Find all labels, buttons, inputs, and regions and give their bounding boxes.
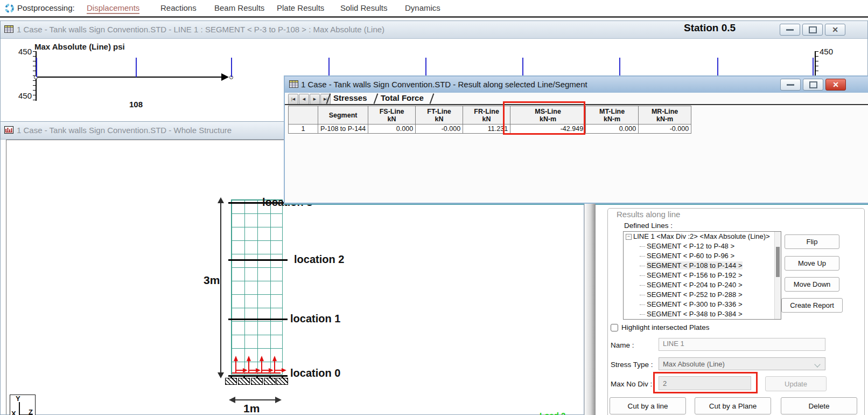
width-dimension-label: 1m <box>243 402 260 415</box>
result-window-title: 1 Case - Tank walls Sign Convention.STD … <box>301 80 587 89</box>
load-arrowhead-up <box>272 356 277 361</box>
table-window-icon <box>4 25 13 33</box>
flip-button[interactable]: Flip <box>785 234 839 249</box>
station-marker-line <box>813 58 814 77</box>
tab-divider <box>430 93 434 103</box>
segment-cell[interactable]: P-108 to P-144 <box>318 124 368 134</box>
chart-baseline-axis <box>36 77 223 78</box>
location-1-line <box>228 319 288 320</box>
tree-scrollbar-thumb[interactable] <box>776 247 780 277</box>
station-marker-line <box>328 58 330 77</box>
tree-item-segment[interactable]: SEGMENT < P-204 to P-240 > <box>624 280 781 290</box>
minimize-button[interactable] <box>780 24 800 36</box>
y-axis-tick-top: 450 <box>18 47 32 56</box>
tree-item-segment-selected[interactable]: SEGMENT < P-108 to P-144 > <box>624 261 781 271</box>
load-arrowhead-right <box>282 368 286 372</box>
table-window-icon <box>289 80 298 88</box>
menu-item-dynamics[interactable]: Dynamics <box>405 3 440 12</box>
location-0-label: location 0 <box>290 367 340 379</box>
move-down-button[interactable]: Move Down <box>785 277 839 292</box>
panel-title: Results along line <box>617 210 680 219</box>
menu-item-plate-results[interactable]: Plate Results <box>277 3 324 12</box>
highlight-plates-checkbox[interactable] <box>611 324 618 331</box>
name-label: Name : <box>611 341 634 349</box>
tree-item-segment[interactable]: SEGMENT < P-12 to P-48 > <box>624 241 781 251</box>
x-node-label: 108 <box>129 100 143 109</box>
dimension-arrow-left <box>229 397 235 403</box>
stress-type-dropdown[interactable]: Max Absolute (Line) <box>659 357 825 370</box>
minimize-icon <box>786 29 794 31</box>
fixed-support <box>225 378 237 385</box>
menu-item-beam-results[interactable]: Beam Results <box>214 3 264 12</box>
cut-by-plane-button[interactable]: Cut by a Plane <box>695 397 771 414</box>
move-up-button[interactable]: Move Up <box>785 256 839 271</box>
station-marker-line <box>619 58 620 77</box>
location-2-label: location 2 <box>294 253 344 266</box>
next-sheet-button[interactable]: ▶ <box>310 94 320 105</box>
axis-x-label: X <box>11 410 16 415</box>
tree-item-segment[interactable]: SEGMENT < P-252 to P-288 > <box>624 290 781 300</box>
ms-line-highlight-annotation <box>503 101 585 135</box>
line-chart-window-titlebar[interactable]: 1 Case - Tank walls Sign Convention.STD … <box>1 21 867 39</box>
tree-item-segment[interactable]: SEGMENT < P-60 to P-96 > <box>624 251 781 261</box>
load-arrowhead-up <box>234 356 238 361</box>
load-arrow-right <box>262 370 269 371</box>
structure-plot-icon <box>4 126 13 134</box>
tree-item-segment[interactable]: SEGMENT < P-300 to P-336 > <box>624 300 781 309</box>
height-dimension-line <box>220 200 221 376</box>
defined-lines-tree[interactable]: −LINE 1 <Max Div :2> <Max Absolute (Line… <box>623 231 781 320</box>
minimize-button[interactable] <box>780 79 801 91</box>
update-button[interactable]: Update <box>765 376 827 391</box>
axis-triad-box: Y X Z <box>10 395 36 415</box>
table-row: 1 P-108 to P-144 0.000 -0.000 11.231 -42… <box>289 124 691 134</box>
result-window: 1 Case - Tank walls Sign Convention.STD … <box>284 75 868 204</box>
whole-structure-title: 1 Case - Tank walls Sign Convention.STD … <box>17 126 232 135</box>
prev-sheet-button[interactable]: ◀ <box>299 94 309 105</box>
tab-stresses[interactable]: Stresses <box>333 93 367 102</box>
menubar-title: Postprocessing: <box>17 3 75 12</box>
maximize-button[interactable] <box>802 24 823 36</box>
fixed-support <box>238 378 250 385</box>
delete-button[interactable]: Delete <box>781 397 857 414</box>
name-field[interactable]: LINE 1 <box>659 338 825 351</box>
tab-total-force[interactable]: Total Force <box>381 93 424 102</box>
maximize-button[interactable] <box>803 79 823 91</box>
cut-by-line-button[interactable]: Cut by a line <box>610 397 686 414</box>
mr-line-cell[interactable]: -0.000 <box>639 124 691 134</box>
close-button[interactable]: ✕ <box>825 24 845 36</box>
menu-item-solid-results[interactable]: Solid Results <box>340 3 388 12</box>
y-axis-tick-right: 450 <box>820 47 833 56</box>
tree-scrollbar[interactable] <box>774 232 781 319</box>
tree-root-line1[interactable]: −LINE 1 <Max Div :2> <Max Absolute (Line… <box>624 232 781 241</box>
max-div-label: Max No Div : <box>611 380 652 388</box>
dimension-arrow-down <box>218 372 224 378</box>
chevron-down-icon <box>814 361 820 367</box>
mt-line-cell[interactable]: 0.000 <box>586 124 639 134</box>
fixed-support <box>276 378 288 385</box>
station-marker-line <box>522 58 523 77</box>
load-arrowhead-right <box>243 368 248 372</box>
highlight-plates-label: Highlight intersected Plates <box>621 323 710 331</box>
vertical-splitter[interactable] <box>584 204 596 415</box>
load-arrow-right <box>236 370 243 371</box>
location-2-line <box>228 259 288 261</box>
postprocessing-spinner-icon <box>4 3 15 13</box>
close-button[interactable]: ✕ <box>825 79 846 91</box>
load-arrow-right <box>275 370 282 371</box>
ft-line-cell[interactable]: -0.000 <box>416 124 463 134</box>
first-sheet-button[interactable]: |◀ <box>288 94 298 105</box>
load-arrowhead-right <box>269 368 274 372</box>
col-header-fs: FS-LinekN <box>368 106 416 124</box>
create-report-button[interactable]: Create Report <box>781 298 843 313</box>
row-number-cell[interactable]: 1 <box>289 124 318 134</box>
tree-item-segment[interactable]: SEGMENT < P-348 to P-384 > <box>624 309 781 319</box>
menu-item-displacements[interactable]: Displacements <box>87 3 139 14</box>
chart-title: Max Absolute (Line) psi <box>34 42 125 51</box>
station-marker-line <box>425 58 426 77</box>
tree-item-segment[interactable]: SEGMENT < P-156 to P-192 > <box>624 271 781 280</box>
station-marker-line <box>136 58 137 77</box>
fs-line-cell[interactable]: 0.000 <box>368 124 416 134</box>
menu-item-reactions[interactable]: Reactions <box>160 3 197 12</box>
tree-collapse-icon[interactable]: − <box>626 234 632 240</box>
load-baseline <box>232 372 281 374</box>
